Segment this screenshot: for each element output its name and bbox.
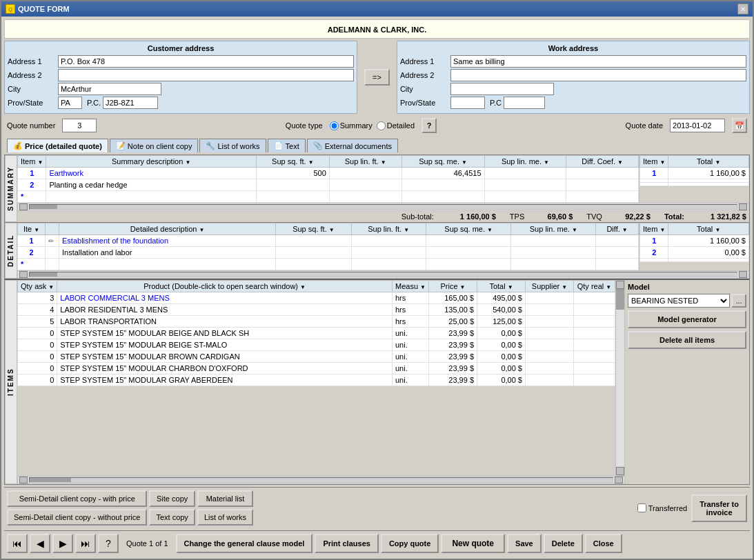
work-prov-input[interactable] (450, 97, 485, 109)
work-pc-input[interactable] (504, 97, 545, 109)
material-list-button[interactable]: Material list (197, 490, 253, 507)
items-vertical-scrollbar[interactable] (615, 280, 625, 476)
table-row[interactable]: 3 LABOR COMMERCIAL 3 MENS hrs 165,00 $ 4… (18, 292, 615, 304)
change-clause-button[interactable]: Change the general clause model (176, 534, 313, 553)
quote-number-input[interactable] (62, 119, 97, 132)
detail-col-sqft[interactable]: Sup sq. ft. ▼ (276, 223, 351, 235)
detailed-radio[interactable] (377, 121, 386, 130)
table-row[interactable]: 4 LABOR RESIDENTIAL 3 MENS hrs 135,00 $ … (18, 304, 615, 316)
table-row[interactable]: 0 STEP SYSTEM 15" MODULAR BROWN CARDIGAN… (18, 351, 615, 363)
customer-pc-input[interactable] (103, 97, 158, 109)
last-record-button[interactable]: ⏭ (75, 534, 96, 553)
summary-col-sqft[interactable]: Sup sq. ft. ▼ (256, 156, 329, 168)
copy-quote-button[interactable]: Copy quote (381, 534, 439, 553)
summary-radio-label[interactable]: Summary (330, 121, 373, 130)
table-row[interactable]: 0 STEP SYSTEM 15" MODULAR BEIGE AND BLAC… (18, 328, 615, 339)
table-row[interactable]: 0 STEP SYSTEM 15" MODULAR BEIGE ST-MALO … (18, 339, 615, 351)
model-generator-button[interactable]: Model generator (628, 310, 746, 328)
customer-addr1-input[interactable] (58, 55, 354, 68)
detail-scrollbar[interactable] (17, 270, 749, 279)
prev-record-button[interactable]: ◀ (30, 534, 50, 553)
table-row[interactable]: 2 0,00 $ (640, 247, 749, 259)
table-row[interactable]: 1 1 160,00 $ (640, 168, 749, 179)
calendar-button[interactable]: 📅 (732, 118, 747, 133)
detail-side-label: DETAIL (5, 223, 17, 279)
summary-col-linft[interactable]: Sup lin. ft. ▼ (329, 156, 401, 168)
new-quote-button[interactable]: New quote (441, 534, 505, 553)
table-row[interactable]: 0 STEP SYSTEM 15" MODULAR GRAY ABERDEEN … (18, 374, 615, 386)
customer-addr2-input[interactable] (58, 69, 354, 81)
summary-col-item[interactable]: Item ▼ (18, 156, 46, 168)
tab-external-icon: 📎 (313, 141, 323, 150)
delete-all-items-button[interactable]: Delete all items (628, 331, 746, 349)
new-row[interactable]: * (18, 191, 639, 203)
summary-col-desc[interactable]: Summary description ▼ (46, 156, 257, 168)
det-right-col-total[interactable]: Total ▼ (668, 223, 749, 235)
summary-scrollbar[interactable] (17, 203, 749, 211)
customer-city-input[interactable] (58, 83, 161, 95)
table-row[interactable]: 1 ✏ Establishment of the foundation (18, 235, 639, 247)
work-addr1-input[interactable] (450, 55, 746, 68)
summary-col-linme[interactable]: Sup lin. me. ▼ (484, 156, 566, 168)
summary-radio[interactable] (330, 121, 339, 130)
items-col-product[interactable]: Product (Double-click to open search win… (57, 281, 393, 292)
items-col-qty[interactable]: Qty ask ▼ (18, 281, 57, 292)
semi-detail-with-price-button[interactable]: Semi-Detail client copy - with price (7, 490, 147, 507)
detailed-radio-label[interactable]: Detailed (377, 121, 415, 130)
new-row[interactable]: * (18, 259, 639, 270)
summary-side-label: SUMMARY (5, 155, 17, 222)
det-right-col-item[interactable]: Item ▼ (640, 223, 668, 235)
transfer-to-invoice-button[interactable]: Transfer to invoice (691, 494, 747, 522)
model-select[interactable]: BEARING NESTED (628, 294, 730, 308)
close-button[interactable]: Close (585, 534, 622, 553)
tab-note-client[interactable]: 📝 Note on client copy (110, 139, 199, 152)
transferred-checkbox[interactable] (637, 503, 646, 512)
nav-help-button[interactable]: ? (98, 534, 119, 553)
quote-type-help-button[interactable]: ? (421, 118, 437, 133)
delete-button[interactable]: Delete (544, 534, 583, 553)
sum-right-col-total[interactable]: Total ▼ (668, 156, 749, 168)
table-row[interactable]: 1 1 160,00 $ (640, 235, 749, 247)
summary-col-sqme[interactable]: Sup sq. me. ▼ (401, 156, 484, 168)
save-button[interactable]: Save (507, 534, 542, 553)
detail-col-linft[interactable]: Sup lin. ft. ▼ (351, 223, 426, 235)
tab-price-detailed[interactable]: 💰 Price (detailed quote) (7, 139, 108, 152)
items-col-price[interactable]: Price ▼ (429, 281, 477, 292)
first-record-button[interactable]: ⏮ (7, 534, 28, 553)
tab-text[interactable]: 📄 Text (268, 139, 306, 152)
items-col-measure[interactable]: Measu ▼ (393, 281, 429, 292)
quote-date-input[interactable] (670, 119, 725, 132)
tab-external[interactable]: 📎 External documents (307, 139, 398, 152)
model-browse-button[interactable]: ... (731, 294, 746, 308)
table-row[interactable]: 5 LABOR TRANSPORTATION hrs 25,00 $ 125,0… (18, 316, 615, 328)
list-of-works-button[interactable]: List of works (197, 509, 253, 526)
work-city-input[interactable] (450, 83, 554, 95)
detail-col-linme[interactable]: Sup lin. me. ▼ (511, 223, 596, 235)
detail-col-item[interactable]: Ite ▼ (18, 223, 46, 235)
text-copy-button[interactable]: Text copy (149, 509, 195, 526)
print-clauses-button[interactable]: Print clauses (315, 534, 378, 553)
customer-prov-input[interactable] (58, 97, 82, 109)
site-copy-button[interactable]: Site copy (149, 490, 195, 507)
detail-col-diff[interactable]: Diff. ▼ (596, 223, 639, 235)
items-col-total[interactable]: Total ▼ (477, 281, 526, 292)
table-row[interactable]: 2 Installation and labor (18, 247, 639, 259)
work-address-title: Work address (400, 44, 746, 52)
transferred-checkbox-label[interactable]: Transferred (637, 503, 687, 512)
items-col-qtyreal[interactable]: Qty real ▼ (574, 281, 615, 292)
next-record-button[interactable]: ▶ (52, 534, 73, 553)
table-row[interactable]: 0 STEP SYSTEM 15" MODULAR CHARBON D'OXFO… (18, 363, 615, 374)
items-scrollbar[interactable] (17, 476, 625, 484)
copy-address-button[interactable]: => (364, 69, 390, 86)
items-col-supplier[interactable]: Supplier ▼ (526, 281, 574, 292)
detail-col-desc[interactable]: Detailed description ▼ (59, 223, 276, 235)
tab-list-works[interactable]: 🔧 List of works (199, 139, 266, 152)
summary-col-diff[interactable]: Diff. Coef. ▼ (566, 156, 639, 168)
table-row[interactable]: 2 Planting a cedar hedge (18, 179, 639, 191)
close-window-button[interactable]: ✕ (737, 3, 748, 14)
work-addr2-input[interactable] (450, 69, 746, 81)
semi-detail-without-price-button[interactable]: Semi-Detail client copy - without price (7, 509, 147, 526)
sum-right-col-item[interactable]: Item ▼ (640, 156, 668, 168)
table-row[interactable]: 1 Earthwork 500 46,4515 (18, 168, 639, 179)
detail-col-sqme[interactable]: Sup sq. me. ▼ (426, 223, 511, 235)
